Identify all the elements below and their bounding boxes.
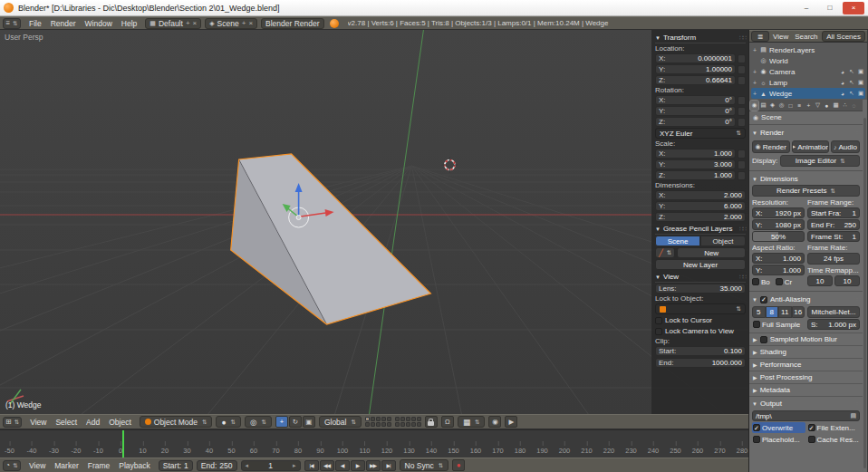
- engine-selector[interactable]: Blender Render: [261, 18, 324, 29]
- checkbox[interactable]: [655, 328, 662, 335]
- copy-value-button[interactable]: [738, 149, 746, 159]
- layer-toggle[interactable]: [395, 422, 400, 427]
- checkbox[interactable]: [655, 317, 662, 324]
- output-option-overwrite[interactable]: ✓Overwrite: [752, 422, 805, 433]
- copy-value-button[interactable]: [738, 96, 746, 105]
- drag-grip-icon[interactable]: [739, 34, 746, 42]
- tab-render-layers[interactable]: ▤: [759, 101, 767, 111]
- layer-toggle[interactable]: [411, 417, 416, 421]
- drag-grip-icon[interactable]: [739, 274, 746, 281]
- resolution-percentage-slider[interactable]: 50%: [752, 231, 805, 242]
- translate-manipulator[interactable]: +: [275, 416, 288, 428]
- layer-toggle[interactable]: [417, 417, 421, 421]
- pivot-dropdown[interactable]: ◎ ⇅: [245, 416, 272, 428]
- editor-type-button[interactable]: ⊞ ⇅: [3, 417, 22, 428]
- layer-toggle[interactable]: [411, 422, 416, 427]
- output-path-field[interactable]: /tmp\ ▤: [752, 410, 860, 421]
- copy-value-button[interactable]: [738, 107, 746, 116]
- layer-toggle[interactable]: [365, 422, 370, 427]
- expand-icon[interactable]: +: [752, 91, 757, 97]
- menu-marker[interactable]: Marker: [50, 461, 82, 470]
- resolution-x-field[interactable]: X: 1920 px: [752, 207, 805, 218]
- crop-checkbox[interactable]: [776, 278, 783, 285]
- visibility-icon[interactable]: ◕: [839, 80, 846, 86]
- grease-pencil-panel-header[interactable]: ▼ Grease Pencil Layers: [655, 224, 746, 235]
- copy-value-button[interactable]: [738, 171, 746, 180]
- output-option-placehold-[interactable]: Placehold...: [752, 434, 805, 445]
- menu-select[interactable]: Select: [51, 418, 82, 427]
- editor-type-button[interactable]: ◔ ⇅: [3, 460, 21, 471]
- copy-value-button[interactable]: [738, 76, 746, 85]
- clip-end-field[interactable]: End: 1000.000: [655, 358, 746, 368]
- renderability-icon[interactable]: ▣: [857, 68, 864, 75]
- panel-header-metadata[interactable]: ▶Metadata: [749, 383, 863, 396]
- grease-pencil-draw-button[interactable]: ╱ ⇅: [655, 247, 675, 258]
- lens-field[interactable]: Lens: 35.000: [655, 284, 746, 294]
- jump-start-button[interactable]: |◀: [304, 460, 319, 471]
- tab-physics[interactable]: ◌: [850, 101, 858, 111]
- snap-element-dropdown[interactable]: ▦ ⇅: [458, 416, 485, 428]
- number-field[interactable]: X:1.000: [655, 149, 736, 159]
- current-frame-indicator[interactable]: [122, 430, 124, 458]
- output-option-file-exten-[interactable]: ✓File Exten...: [807, 422, 861, 433]
- full-sample-option[interactable]: Full Sample: [752, 319, 805, 330]
- outliner-item-lamp[interactable]: +☼Lamp◕↖▣: [751, 77, 865, 88]
- remap-new-field[interactable]: 10: [834, 275, 860, 286]
- tab-material[interactable]: ●: [823, 101, 831, 111]
- layer-toggle[interactable]: [381, 417, 386, 421]
- tab-constraints[interactable]: ≡: [796, 101, 804, 111]
- timeline-ruler[interactable]: -50-40-30-20-100102030405060708090100110…: [0, 429, 748, 458]
- tab-texture[interactable]: ▦: [832, 101, 840, 111]
- panel-header-shading[interactable]: ▶Shading: [749, 345, 863, 358]
- drag-grip-icon[interactable]: [854, 176, 860, 183]
- menu-add[interactable]: Add: [82, 418, 104, 427]
- output-option-cache-res-[interactable]: Cache Res...: [807, 434, 861, 445]
- renderability-icon[interactable]: ▣: [857, 79, 864, 86]
- display-dropdown[interactable]: Image Editor ⇅: [780, 155, 860, 167]
- aa-sample-8[interactable]: 8: [766, 306, 779, 318]
- aa-sample-11[interactable]: 11: [778, 306, 792, 318]
- tab-object[interactable]: □: [786, 101, 795, 111]
- layer-toggle[interactable]: [417, 422, 421, 427]
- remove-scene-button[interactable]: ×: [248, 19, 253, 27]
- tab-scene[interactable]: ◈: [768, 101, 776, 111]
- aspect-y-field[interactable]: Y: 1.000: [752, 265, 805, 275]
- menu-help[interactable]: Help: [117, 19, 141, 28]
- layer-toggle[interactable]: [371, 417, 375, 421]
- sync-dropdown[interactable]: No Sync ⇅: [400, 459, 449, 471]
- layer-toggle[interactable]: [381, 422, 386, 427]
- copy-value-button[interactable]: [738, 160, 746, 169]
- jump-end-button[interactable]: ▶|: [381, 460, 396, 471]
- expand-icon[interactable]: +: [752, 47, 757, 53]
- animation-button[interactable]: ▶ Animation: [792, 140, 830, 153]
- expand-icon[interactable]: +: [752, 69, 757, 75]
- clip-start-field[interactable]: Start: 0.100: [655, 346, 746, 356]
- render-button[interactable]: ◉ Render: [752, 140, 790, 153]
- menu-window[interactable]: Window: [81, 19, 117, 28]
- play-button[interactable]: ▶: [351, 460, 365, 471]
- anti-aliasing-checkbox[interactable]: ✓: [760, 296, 767, 303]
- visibility-icon[interactable]: ◕: [839, 69, 846, 75]
- layer-toggle[interactable]: [406, 422, 410, 427]
- menu-view[interactable]: View: [25, 418, 51, 427]
- remove-layout-button[interactable]: ×: [193, 19, 198, 27]
- layer-toggle[interactable]: [387, 417, 391, 421]
- viewport-canvas[interactable]: [0, 30, 748, 414]
- prev-keyframe-button[interactable]: ◀◀: [320, 460, 334, 471]
- number-field[interactable]: Z:2.000: [655, 212, 746, 222]
- number-field[interactable]: Z:0°: [655, 117, 736, 127]
- aa-size-field[interactable]: S: 1.000 px: [807, 319, 860, 330]
- menu-view[interactable]: View: [770, 33, 791, 41]
- checkbox[interactable]: ✓: [753, 424, 760, 431]
- snap-toggle[interactable]: Ω: [441, 416, 454, 428]
- viewport-3d[interactable]: User Persp (1) Wedge ▼ Transform Locatio…: [0, 30, 748, 414]
- viewport-shading-dropdown[interactable]: ● ⇅: [216, 416, 241, 428]
- layer-toggle[interactable]: [376, 422, 381, 427]
- anti-aliasing-panel-header[interactable]: ▼ ✓ Anti-Aliasing: [752, 294, 860, 305]
- checkbox[interactable]: [753, 436, 760, 443]
- resolution-y-field[interactable]: Y: 1080 px: [752, 219, 805, 230]
- drag-grip-icon[interactable]: [854, 400, 860, 408]
- number-field[interactable]: Z:1.000: [655, 170, 736, 180]
- border-checkbox[interactable]: [752, 278, 759, 285]
- minimize-button[interactable]: –: [796, 2, 817, 14]
